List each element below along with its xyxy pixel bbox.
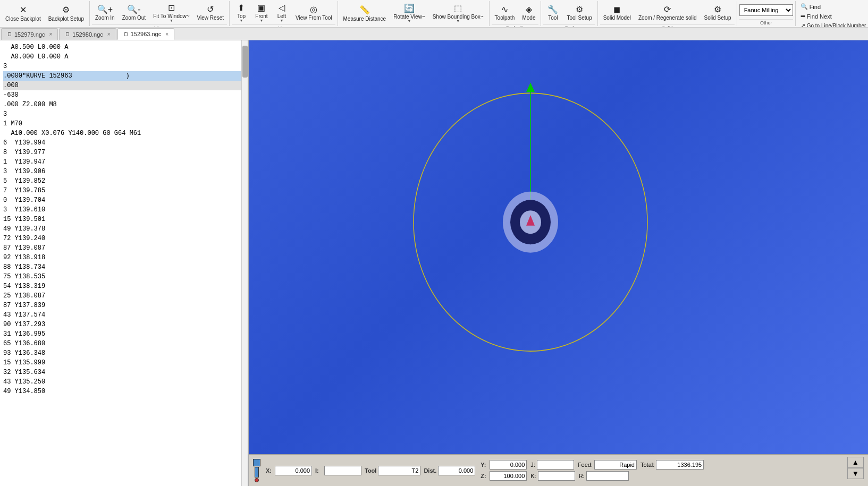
close-backplot-button[interactable]: ✕ Close Backplot <box>2 2 44 25</box>
tool-label: Tool <box>365 467 376 474</box>
view-reset-icon: ↺ <box>207 4 214 14</box>
i-field: I: <box>315 466 361 475</box>
z-input[interactable] <box>490 471 527 481</box>
toolpath-button[interactable]: ∿ Toolpath <box>492 1 518 24</box>
bbox-arrow: ▼ <box>456 19 460 23</box>
k-label: K: <box>530 473 536 479</box>
code-line: 92 Y138.918 <box>3 253 245 262</box>
tab-close-1[interactable]: × <box>107 31 111 37</box>
solid-group: ◼ Solid Model ⟳ Zoom / Regenerate solid … <box>598 1 737 26</box>
fanuc-dropdown[interactable]: Fanuc Milling Fanuc Turning Haas Milling <box>739 4 793 16</box>
code-line: 43 Y137.574 <box>3 310 245 320</box>
code-line: 87 Y139.087 <box>3 243 245 253</box>
front-icon: ▣ <box>257 3 265 13</box>
tab-152979[interactable]: 🗒 152979.ngc × <box>1 28 58 40</box>
find-button[interactable]: 🔍 Find <box>798 2 823 11</box>
toolpath-group: ∿ Toolpath ◈ Mode Toolpath <box>490 1 542 26</box>
other-group-label: Other <box>739 19 793 26</box>
rotate-arrow: ▼ <box>407 19 411 23</box>
view-tool-icon: ◎ <box>310 4 317 14</box>
tool-input[interactable] <box>378 466 420 475</box>
feed-input[interactable] <box>594 460 637 470</box>
nav-up-button[interactable]: ▲ <box>847 457 864 468</box>
dist-input[interactable] <box>438 466 475 475</box>
left-arrow: ▼ <box>280 19 284 23</box>
tab-file-icon-0: 🗒 <box>7 31 12 37</box>
xyz-fields: Y: J: Feed: Total: Z: K: R: <box>481 460 704 481</box>
zoom-group: 🔍+ Zoom In 🔍- Zoom Out ⊡ Fit To Window~ … <box>90 1 230 26</box>
status-marker-icon <box>253 459 260 466</box>
zoom-out-button[interactable]: 🔍- Zoom Out <box>119 1 149 24</box>
nav-arrows: ▲ ▼ <box>847 457 864 479</box>
code-line: 6 Y139.994 <box>3 138 245 148</box>
code-line: 15 Y135.999 <box>3 358 245 368</box>
measure-distance-button[interactable]: 📏 Measure Distance <box>340 2 390 25</box>
fit-window-arrow: ▼ <box>170 19 173 23</box>
k-input[interactable] <box>538 471 575 481</box>
left-icon: ◁ <box>279 3 285 13</box>
tab-152980[interactable]: 🗒 152980.ngc × <box>59 28 116 40</box>
front-view-button[interactable]: ▣ Front ▼ <box>252 1 271 24</box>
code-line: 43 Y135.250 <box>3 377 245 387</box>
j-input[interactable] <box>537 460 574 470</box>
r-input[interactable] <box>586 471 629 481</box>
code-line: 8 Y139.977 <box>3 148 245 157</box>
code-line: 49 Y139.378 <box>3 224 245 234</box>
status-sub-icon <box>255 467 259 478</box>
tab-file-icon-2: 🗒 <box>123 31 129 37</box>
code-line: 7 Y139.785 <box>3 186 245 195</box>
tool-group: 🔧 Tool ⚙ Tool Setup Tool <box>541 1 597 26</box>
code-line: 65 Y136.680 <box>3 339 245 348</box>
tab-152963[interactable]: 🗒 152963.ngc × <box>117 28 174 40</box>
i-label: I: <box>315 467 323 474</box>
scrollbar-thumb[interactable] <box>242 46 248 78</box>
i-input[interactable] <box>324 466 361 475</box>
solid-setup-button[interactable]: ⚙ Solid Setup <box>701 1 734 24</box>
code-line: 15 Y139.501 <box>3 215 245 224</box>
bounding-box-button[interactable]: ⬚ Show Bounding Box~ ▼ <box>429 2 487 25</box>
dist-label: Dist. <box>424 467 436 474</box>
code-line: 32 Y135.634 <box>3 368 245 377</box>
zoom-in-icon: 🔍+ <box>97 4 113 14</box>
goto-line-button[interactable]: ↗ Go to Line/Block Number <box>798 21 868 28</box>
viewport[interactable]: X: I: Tool Dist. Y: J: <box>249 40 868 486</box>
code-line: 90 Y137.293 <box>3 320 245 329</box>
total-input[interactable] <box>656 460 704 470</box>
top-arrow: ▼ <box>240 19 243 23</box>
code-line: .000 <box>3 81 245 90</box>
code-line: A0.500 L0.000 A <box>3 42 245 52</box>
rotate-view-button[interactable]: 🔄 Rotate View~ ▼ <box>390 2 428 25</box>
zoom-out-icon: 🔍- <box>127 4 140 14</box>
code-line: 93 Y136.348 <box>3 348 245 358</box>
tool-setup-button[interactable]: ⚙ Tool Setup <box>563 1 595 24</box>
mode-button[interactable]: ◈ Mode <box>519 1 538 24</box>
view-reset-button[interactable]: ↺ View Reset <box>194 1 227 24</box>
left-view-button[interactable]: ◁ Left ▼ <box>272 1 291 24</box>
tab-close-0[interactable]: × <box>49 31 53 37</box>
top-view-button[interactable]: ⬆ Top ▼ <box>232 1 251 24</box>
view-from-tool-button[interactable]: ◎ View From Tool <box>292 1 335 24</box>
backplot-setup-button[interactable]: ⚙ Backplot Setup <box>45 2 87 25</box>
solid-model-button[interactable]: ◼ Solid Model <box>600 1 634 24</box>
tool-button[interactable]: 🔧 Tool <box>543 1 562 24</box>
solid-setup-icon: ⚙ <box>714 4 721 14</box>
find-next-icon: ➡ <box>800 13 805 20</box>
code-content[interactable]: A0.500 L0.000 A A0.000 L0.000 A3.0000"KU… <box>0 40 248 486</box>
code-line: 3 Y139.906 <box>3 167 245 176</box>
y-input[interactable] <box>490 460 527 470</box>
fit-to-window-button[interactable]: ⊡ Fit To Window~ ▼ <box>150 1 192 24</box>
zoom-in-button[interactable]: 🔍+ Zoom In <box>92 1 118 24</box>
zoom-regen-button[interactable]: ⟳ Zoom / Regenerate solid <box>635 1 700 24</box>
measure-group: 📏 Measure Distance 🔄 Rotate View~ ▼ ⬚ Sh… <box>338 1 490 26</box>
z-label: Z: <box>481 473 488 479</box>
tab-close-2[interactable]: × <box>165 31 168 37</box>
find-next-button[interactable]: ➡ Find Next <box>798 12 835 21</box>
x-input[interactable] <box>275 466 312 475</box>
scrollbar[interactable] <box>241 40 248 486</box>
code-line: 49 Y134.850 <box>3 387 245 396</box>
nav-down-button[interactable]: ▼ <box>847 468 864 479</box>
dist-field: Dist. <box>424 466 475 475</box>
toolpath-icon: ∿ <box>501 4 508 14</box>
tabs-bar: 🗒 152979.ngc × 🗒 152980.ngc × 🗒 152963.n… <box>0 28 868 40</box>
main-area: A0.500 L0.000 A A0.000 L0.000 A3.0000"KU… <box>0 40 868 486</box>
